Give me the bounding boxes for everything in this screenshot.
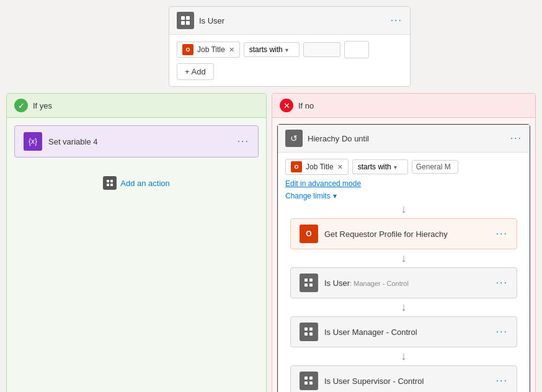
if-no-panel: ✕ If no ↺ ··· O Job Title	[272, 93, 536, 392]
svg-rect-16	[304, 376, 308, 380]
action-dots-1[interactable]: ···	[496, 228, 508, 239]
control-icon-4	[300, 372, 318, 390]
set-variable-title: Set variable 4	[48, 137, 98, 146]
control-icon-2	[300, 274, 318, 292]
chip-label: Job Title	[197, 45, 225, 54]
svg-rect-6	[107, 184, 109, 186]
var-icon: {x}	[24, 132, 42, 151]
check-circle-icon: ✓	[14, 99, 28, 112]
do-until-chevron-icon: ▾	[394, 164, 397, 171]
chip-close-icon[interactable]: ✕	[229, 46, 234, 54]
do-until-operator-dropdown[interactable]: starts with ▾	[352, 159, 408, 174]
is-user-card: Is User ··· O Job Title ✕ starts with ▾ …	[169, 6, 411, 87]
action-card-left-3: Is User Manager - Control	[300, 323, 417, 341]
svg-rect-13	[309, 327, 313, 331]
if-yes-header: ✓ If yes	[7, 94, 266, 118]
condition-row: O Job Title ✕ starts with ▾	[177, 41, 402, 58]
do-until-office-icon: O	[291, 161, 302, 172]
arrow-2: ↓	[285, 249, 522, 267]
arrow-3: ↓	[285, 298, 522, 316]
do-until-title-input[interactable]	[308, 134, 432, 143]
do-until-chip-close[interactable]: ✕	[337, 163, 343, 171]
svg-rect-7	[110, 184, 113, 186]
if-no-label: If no	[298, 101, 314, 110]
action-name-4: Is User Supervisor - Control	[324, 376, 424, 386]
action-name-3: Is User Manager - Control	[324, 327, 417, 337]
do-until-operator-label: starts with	[358, 163, 391, 171]
svg-rect-14	[304, 332, 308, 336]
loop-icon: ↺	[285, 130, 303, 147]
value-input[interactable]	[303, 42, 340, 57]
control-icon	[177, 12, 194, 29]
action-card-get-requestor: O Get Requestor Profile for Hierachy ···	[290, 218, 517, 249]
is-user-card-header: Is User ···	[169, 7, 410, 35]
chevron-down-icon: ▾	[333, 192, 337, 200]
do-until-job-title-chip[interactable]: O Job Title ✕	[285, 159, 349, 175]
action-name-2: Is User: Manager - Control	[324, 278, 409, 288]
svg-rect-1	[186, 16, 190, 20]
action-name-1: Get Requestor Profile for Hierachy	[324, 229, 448, 239]
action-dots-2[interactable]: ···	[496, 277, 508, 288]
if-yes-label: If yes	[33, 101, 52, 110]
control-icon-3	[300, 323, 318, 341]
svg-rect-0	[181, 16, 185, 20]
svg-rect-17	[309, 376, 313, 380]
svg-rect-2	[181, 21, 185, 25]
do-until-chip-label: Job Title	[306, 163, 334, 171]
action-card-is-user-manager: Is User: Manager - Control ···	[290, 267, 517, 298]
change-limits-row[interactable]: Change limits ▾	[285, 192, 522, 200]
svg-rect-12	[304, 327, 308, 331]
do-until-value-input[interactable]	[412, 160, 458, 174]
svg-rect-11	[309, 283, 313, 287]
operator-dropdown[interactable]: starts with ▾	[244, 42, 300, 57]
action-card-left-1: O Get Requestor Profile for Hierachy	[300, 225, 448, 243]
svg-rect-19	[309, 381, 313, 385]
is-user-dots-menu[interactable]: ···	[391, 15, 402, 26]
split-section: ✓ If yes {x} Set variable 4 ···	[6, 93, 536, 392]
chevron-down-icon: ▾	[285, 47, 288, 53]
svg-rect-5	[110, 180, 113, 182]
do-until-condition-row: O Job Title ✕ starts with ▾	[285, 159, 522, 175]
office-chip-icon: O	[182, 44, 193, 55]
set-var-left: {x} Set variable 4	[24, 132, 98, 151]
if-yes-body: {x} Set variable 4 ··· Add an a	[7, 118, 266, 197]
svg-rect-15	[309, 332, 313, 336]
svg-rect-10	[304, 283, 308, 287]
change-limits-label: Change limits	[285, 192, 331, 200]
job-title-chip[interactable]: O Job Title ✕	[177, 42, 240, 58]
do-until-header-left: ↺	[285, 130, 432, 147]
is-user-card-title: Is User	[199, 16, 224, 25]
operator-label: starts with	[249, 45, 283, 54]
card-header-left: Is User	[177, 12, 224, 29]
svg-rect-18	[304, 381, 308, 385]
edit-advanced-link[interactable]: Edit in advanced mode	[285, 179, 361, 188]
arrow-4: ↓	[285, 347, 522, 365]
svg-rect-3	[186, 21, 190, 25]
do-until-dots[interactable]: ···	[510, 133, 522, 144]
add-action-icon	[103, 176, 117, 190]
svg-rect-9	[309, 278, 313, 282]
set-var-dots[interactable]: ···	[238, 136, 249, 147]
action-dots-4[interactable]: ···	[496, 375, 508, 386]
do-until-header: ↺ ···	[278, 125, 530, 153]
office-icon-1: O	[300, 225, 318, 243]
add-action-button[interactable]: Add an action	[14, 176, 259, 190]
if-no-header: ✕ If no	[272, 94, 535, 118]
is-user-card-body: O Job Title ✕ starts with ▾ + Add	[169, 35, 410, 86]
edit-advanced-row: Edit in advanced mode	[285, 179, 522, 188]
arrow-1: ↓	[285, 200, 522, 218]
add-action-label: Add an action	[120, 179, 170, 188]
action-dots-3[interactable]: ···	[496, 326, 508, 337]
action-card-is-user-manager2: Is User Manager - Control ···	[290, 316, 517, 347]
x-circle-icon: ✕	[280, 99, 293, 112]
add-button[interactable]: + Add	[177, 63, 214, 80]
do-until-body: O Job Title ✕ starts with ▾ Edit in adva…	[278, 153, 530, 392]
do-until-inner: ↓ O Get Requestor Profile for Hierachy ·…	[285, 200, 522, 392]
action-card-left-4: Is User Supervisor - Control	[300, 372, 424, 390]
extra-input[interactable]	[344, 41, 369, 58]
svg-rect-4	[107, 180, 109, 182]
svg-rect-8	[304, 278, 308, 282]
do-until-card: ↺ ··· O Job Title ✕ starts with	[277, 124, 530, 392]
set-variable-card: {x} Set variable 4 ···	[14, 125, 259, 158]
action-card-left-2: Is User: Manager - Control	[300, 274, 409, 292]
